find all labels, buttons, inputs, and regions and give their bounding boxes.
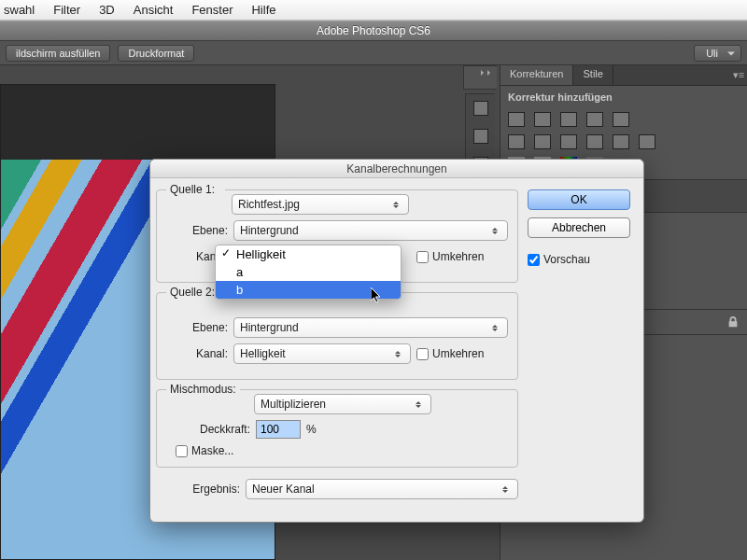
fit-screen-button[interactable]: ildschirm ausfüllen xyxy=(6,45,110,62)
menu-help[interactable]: Hilfe xyxy=(251,3,275,17)
result-select[interactable]: Neuer Kanal xyxy=(246,479,518,499)
lock-icon[interactable] xyxy=(726,315,740,329)
user-dropdown[interactable]: Uli xyxy=(694,45,741,62)
source2-channel-select[interactable]: Helligkeit xyxy=(233,343,411,364)
app-titlebar: Adobe Photoshop CS6 xyxy=(0,21,747,41)
dropdown-opt-a[interactable]: a xyxy=(216,263,401,281)
source1-file-value: Richtfest.jpg xyxy=(238,198,300,211)
mask-label: Maske... xyxy=(191,444,233,457)
mask-checkbox[interactable]: Maske... xyxy=(176,444,508,457)
source1-invert-check[interactable] xyxy=(416,251,429,263)
menu-view[interactable]: Ansicht xyxy=(134,3,174,17)
dock-collapse[interactable] xyxy=(463,65,497,90)
tab-styles[interactable]: Stile xyxy=(573,65,613,85)
source2-channel-value: Helligkeit xyxy=(240,347,286,360)
source2-invert[interactable]: Umkehren xyxy=(416,347,484,360)
source2-layer-select[interactable]: Hintergrund xyxy=(233,317,508,338)
brightness-icon[interactable] xyxy=(508,112,525,127)
mac-menubar: swahl Filter 3D Ansicht Fenster Hilfe xyxy=(0,0,747,21)
source1-layer-select[interactable]: Hintergrund xyxy=(233,220,508,241)
tab-adjustments[interactable]: Korrekturen xyxy=(500,65,573,85)
percent-label: % xyxy=(306,423,317,436)
dialog-titlebar[interactable]: Kanalberechnungen xyxy=(150,160,643,178)
app-title: Adobe Photoshop CS6 xyxy=(317,24,430,37)
hue-icon[interactable] xyxy=(508,134,525,149)
adjust-row-1 xyxy=(508,108,740,131)
dropdown-opt-b[interactable]: b xyxy=(216,281,401,299)
mini-icon-1[interactable] xyxy=(466,94,495,122)
source2-invert-label: Umkehren xyxy=(432,347,484,360)
source1-invert-label: Umkehren xyxy=(432,250,484,263)
opacity-input[interactable] xyxy=(256,420,301,439)
menu-window[interactable]: Fenster xyxy=(191,3,233,17)
bw-icon[interactable] xyxy=(560,134,577,149)
add-adjustment-label: Korrektur hinzufügen xyxy=(508,91,740,103)
ok-button[interactable]: OK xyxy=(528,189,630,210)
source2-invert-check[interactable] xyxy=(416,348,429,360)
calculations-dialog: Kanalberechnungen Quelle 1: Richtfest.jp… xyxy=(149,159,644,523)
mask-check[interactable] xyxy=(176,445,188,457)
vibrance-icon[interactable] xyxy=(613,112,629,127)
blend-fieldset: Mischmodus: Multiplizieren Deckkraft: % … xyxy=(156,389,518,468)
blend-mode-select[interactable]: Multiplizieren xyxy=(254,394,431,414)
menu-select[interactable]: swahl xyxy=(4,3,35,17)
mini-icon-2[interactable] xyxy=(466,122,495,150)
dropdown-opt-helligkeit[interactable]: Helligkeit xyxy=(216,245,401,263)
channelmixer-icon[interactable] xyxy=(613,134,629,149)
photofilter-icon[interactable] xyxy=(586,134,603,149)
result-value: Neuer Kanal xyxy=(252,483,315,496)
options-bar: ildschirm ausfüllen Druckformat Uli xyxy=(0,41,747,65)
source1-file-select[interactable]: Richtfest.jpg xyxy=(232,194,409,215)
channel-dropdown: Helligkeit a b xyxy=(215,245,402,300)
colorbalance-icon[interactable] xyxy=(534,134,551,149)
panel-menu-icon[interactable]: ▾≡ xyxy=(730,65,747,85)
result-label: Ergebnis: xyxy=(156,483,240,496)
preview-checkbox[interactable]: Vorschau xyxy=(528,253,630,266)
dialog-title: Kanalberechnungen xyxy=(346,162,446,175)
cancel-button[interactable]: Abbrechen xyxy=(528,217,630,238)
opacity-label: Deckkraft: xyxy=(166,423,250,436)
source1-layer-value: Hintergrund xyxy=(240,224,299,237)
exposure-icon[interactable] xyxy=(586,112,603,127)
source2-layer-value: Hintergrund xyxy=(240,321,299,334)
preview-check[interactable] xyxy=(528,254,540,266)
source2-label: Quelle 2: xyxy=(170,286,215,299)
menu-3d[interactable]: 3D xyxy=(99,3,115,17)
curves-icon[interactable] xyxy=(560,112,577,127)
blend-mode-value: Multiplizieren xyxy=(261,398,326,411)
levels-icon[interactable] xyxy=(534,112,551,127)
source2-layer-label: Ebene: xyxy=(166,321,228,334)
preview-label: Vorschau xyxy=(543,253,590,266)
menu-filter[interactable]: Filter xyxy=(53,3,80,17)
source1-invert[interactable]: Umkehren xyxy=(416,250,484,263)
source1-label: Quelle 1: xyxy=(170,183,215,196)
print-size-button[interactable]: Druckformat xyxy=(118,45,194,62)
adjust-row-2 xyxy=(508,131,740,153)
source2-fieldset: Quelle 2: Ebene: Hintergrund Kanal: Hell… xyxy=(156,292,518,380)
colorlookup-icon[interactable] xyxy=(639,134,655,149)
blend-label: Mischmodus: xyxy=(170,383,236,396)
source2-channel-label: Kanal: xyxy=(166,347,228,360)
source1-layer-label: Ebene: xyxy=(166,224,228,237)
